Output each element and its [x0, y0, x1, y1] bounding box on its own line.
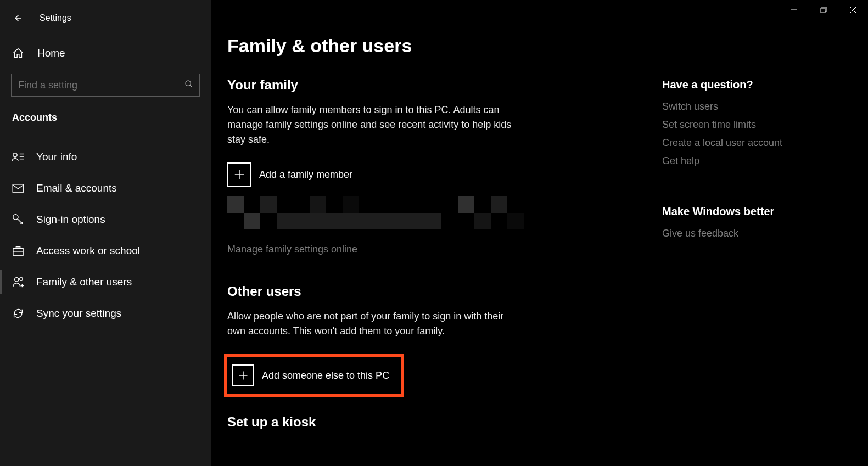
content-column: Your family You can allow family members…: [227, 77, 535, 440]
set-up-kiosk-heading: Set up a kiosk: [227, 414, 535, 430]
sidebar-item-label: Email & accounts: [36, 182, 117, 194]
svg-point-0: [186, 81, 191, 86]
window-controls: [779, 0, 868, 20]
minimize-button[interactable]: [779, 0, 809, 20]
sidebar-item-sync-settings[interactable]: Sync your settings: [0, 297, 211, 329]
category-heading: Accounts: [0, 97, 211, 131]
people-add-icon: [12, 276, 24, 288]
other-users-heading: Other users: [227, 284, 535, 299]
sidebar-item-email-accounts[interactable]: Email & accounts: [0, 172, 211, 204]
sidebar-item-label: Sign-in options: [36, 214, 105, 226]
make-windows-better-heading: Make Windows better: [662, 205, 827, 218]
sidebar-item-label: Family & other users: [36, 276, 132, 288]
home-button[interactable]: Home: [0, 42, 211, 65]
sidebar-item-family-other-users[interactable]: Family & other users: [0, 266, 211, 297]
add-someone-else-button[interactable]: Add someone else to this PC: [224, 354, 404, 397]
search-input[interactable]: [11, 74, 200, 97]
plus-icon: [227, 162, 251, 187]
page-title: Family & other users: [227, 35, 868, 57]
search-icon: [184, 80, 193, 91]
help-link-switch-users[interactable]: Switch users: [662, 101, 827, 113]
svg-rect-6: [13, 184, 24, 192]
mail-icon: [12, 182, 24, 194]
sidebar-item-label: Your info: [36, 151, 77, 163]
svg-point-7: [13, 214, 18, 219]
briefcase-icon: [12, 245, 24, 257]
home-label: Home: [37, 47, 65, 59]
sync-icon: [12, 307, 24, 319]
sidebar-item-your-info[interactable]: Your info: [0, 141, 211, 172]
window-title: Settings: [40, 13, 71, 23]
add-family-member-button[interactable]: Add a family member: [227, 162, 535, 187]
help-link-local-user[interactable]: Create a local user account: [662, 137, 827, 149]
search-container: [11, 74, 200, 97]
sidebar-item-access-work-school[interactable]: Access work or school: [0, 235, 211, 266]
have-a-question-heading: Have a question?: [662, 78, 827, 91]
svg-point-10: [15, 277, 19, 281]
sidebar: Settings Home Accounts Your info Email &…: [0, 0, 211, 466]
help-column: Have a question? Switch users Set screen…: [662, 77, 827, 440]
back-icon[interactable]: [12, 12, 24, 24]
svg-point-11: [20, 277, 23, 280]
plus-icon: [232, 364, 254, 386]
help-link-get-help[interactable]: Get help: [662, 155, 827, 167]
sidebar-nav: Your info Email & accounts Sign-in optio…: [0, 141, 211, 329]
main-content: Family & other users Your family You can…: [211, 0, 868, 466]
svg-rect-15: [821, 8, 825, 13]
your-family-heading: Your family: [227, 77, 535, 93]
key-icon: [12, 214, 24, 226]
other-users-description: Allow people who are not part of your fa…: [227, 309, 513, 339]
home-icon: [12, 47, 24, 59]
help-link-screen-time[interactable]: Set screen time limits: [662, 119, 827, 131]
svg-rect-8: [13, 248, 23, 255]
sidebar-item-sign-in-options[interactable]: Sign-in options: [0, 204, 211, 235]
sidebar-item-label: Sync your settings: [36, 307, 121, 319]
add-family-member-label: Add a family member: [259, 169, 352, 181]
add-someone-else-label: Add someone else to this PC: [262, 370, 389, 381]
close-button[interactable]: [838, 0, 868, 20]
manage-family-settings-link[interactable]: Manage family settings online: [227, 244, 535, 255]
person-card-icon: [12, 151, 24, 163]
your-family-description: You can allow family members to sign in …: [227, 103, 513, 147]
give-feedback-link[interactable]: Give us feedback: [662, 228, 827, 239]
family-member-entry[interactable]: [227, 196, 524, 229]
sidebar-item-label: Access work or school: [36, 245, 140, 257]
svg-point-2: [13, 153, 17, 156]
titlebar: Settings: [0, 5, 211, 27]
svg-line-1: [190, 85, 192, 87]
maximize-button[interactable]: [809, 0, 838, 20]
